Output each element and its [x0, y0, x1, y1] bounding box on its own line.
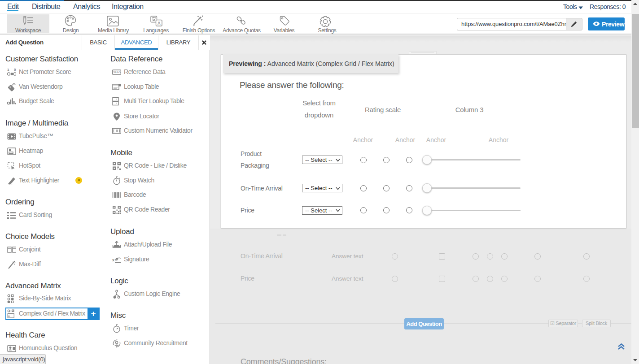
- svg-text:x: x: [112, 258, 114, 262]
- svg-text:5: 5: [14, 68, 16, 72]
- svg-text:1: 1: [7, 68, 9, 72]
- svg-text:94122: 94122: [114, 70, 122, 74]
- svg-text:A: A: [158, 21, 161, 26]
